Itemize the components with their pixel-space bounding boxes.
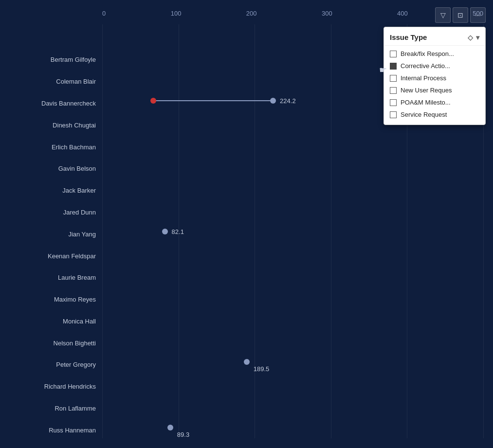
item-label-5: Service Request	[401, 111, 447, 118]
y-label-9: Keenan Feldspar	[48, 252, 96, 259]
dinesh-min-dot[interactable]	[150, 98, 156, 104]
x-tick-200: 200	[246, 10, 257, 17]
dropdown-title: Issue Type	[390, 33, 427, 41]
filter-button[interactable]: ▽	[435, 7, 451, 23]
item-label-2: Internal Process	[401, 74, 446, 82]
dropdown-item-5[interactable]: Service Request	[384, 108, 485, 121]
y-label-2: Davis Bannercheck	[41, 99, 96, 107]
y-label-1: Coleman Blair	[56, 78, 96, 85]
y-label-17: Russ Hanneman	[49, 426, 96, 433]
keenan-dot[interactable]	[162, 229, 168, 234]
y-label-8: Jian Yang	[68, 230, 96, 237]
dropdown-item-4[interactable]: POA&M Milesto...	[384, 96, 485, 108]
dinesh-label: 224.2	[280, 97, 296, 104]
x-tick-300: 300	[322, 10, 332, 17]
y-label-11: Maximo Reyes	[54, 296, 96, 303]
x-tick-400: 400	[397, 10, 408, 17]
dropdown-item-1[interactable]: Corrective Actio...	[384, 60, 485, 72]
item-label-0: Break/fix Respon...	[401, 50, 454, 57]
grid-line-200	[255, 24, 255, 438]
checkbox-3[interactable]	[390, 87, 397, 94]
dropdown-header: Issue Type ◇ ▾	[384, 31, 485, 46]
x-axis: 0 100 200 300 400 500	[102, 10, 483, 17]
y-label-3: Dinesh Chugtai	[53, 121, 96, 128]
dropdown-item-3[interactable]: New User Reques	[384, 84, 485, 96]
unassigned-label: 89.3	[177, 430, 189, 438]
y-label-10: Laurie Bream	[58, 274, 96, 281]
checkbox-5[interactable]	[390, 111, 397, 118]
y-label-12: Monica Hall	[63, 317, 96, 324]
item-label-3: New User Reques	[401, 87, 452, 94]
y-label-13: Nelson Bighetti	[54, 339, 96, 346]
dropdown-item-2[interactable]: Internal Process	[384, 72, 485, 84]
keenan-label: 82.1	[172, 228, 184, 235]
richard-label: 189.5	[254, 365, 270, 373]
grid-line-0	[102, 24, 103, 438]
y-label-6: Jack Barker	[62, 187, 96, 194]
checkbox-2[interactable]	[390, 75, 397, 82]
x-tick-0: 0	[102, 10, 106, 17]
y-label-15: Richard Hendricks	[44, 383, 96, 390]
issue-type-dropdown: Issue Type ◇ ▾ Break/fix Respon... Corre…	[383, 27, 486, 125]
dinesh-max-dot[interactable]	[270, 98, 276, 104]
richard-dot[interactable]	[244, 359, 250, 365]
grid-line-300	[331, 24, 331, 438]
filter-toolbar: ▽ ⊡ ···	[435, 7, 486, 23]
diamond-icon[interactable]: ◇	[468, 34, 473, 41]
dinesh-range-line	[153, 100, 273, 101]
unassigned-dot[interactable]	[167, 425, 173, 430]
y-axis-labels: Bertram GilfoyleColeman BlairDavis Banne…	[0, 24, 100, 438]
y-label-0: Bertram Gilfoyle	[51, 56, 96, 63]
dropdown-header-icons: ◇ ▾	[468, 34, 479, 41]
y-label-16: Ron Laflamme	[55, 405, 96, 412]
x-tick-100: 100	[171, 10, 182, 17]
y-label-7: Jared Dunn	[63, 208, 96, 215]
y-label-4: Erlich Bachman	[52, 143, 96, 150]
expand-button[interactable]: ⊡	[453, 7, 468, 23]
checkbox-0[interactable]	[390, 51, 397, 57]
y-label-14: Peter Gregory	[56, 361, 96, 368]
y-label-5: Gavin Belson	[58, 165, 96, 172]
item-label-1: Corrective Actio...	[401, 62, 450, 70]
checkbox-1[interactable]	[390, 63, 397, 70]
chevron-down-icon[interactable]: ▾	[476, 34, 479, 41]
item-label-4: POA&M Milesto...	[401, 99, 451, 106]
more-button[interactable]: ···	[470, 7, 486, 23]
dropdown-item-0[interactable]: Break/fix Respon...	[384, 48, 485, 60]
checkbox-4[interactable]	[390, 99, 397, 106]
